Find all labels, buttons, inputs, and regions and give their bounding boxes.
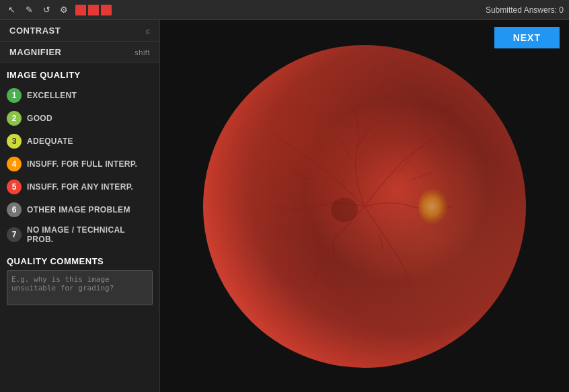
quality-badge-2: 2 [7,111,22,126]
flag-red-3[interactable] [101,5,112,15]
flag-red-1[interactable] [75,5,86,15]
quality-list: 1 EXCELLENT 2 GOOD 3 ADEQUATE 4 INSUFF. … [0,84,159,248]
svg-point-1 [331,198,358,222]
quality-item-2[interactable]: 2 GOOD [0,107,159,130]
quality-badge-4: 4 [7,157,22,171]
quality-comments-header: QUALITY COMMENTS [7,256,153,270]
quality-badge-3: 3 [7,134,22,149]
quality-item-5[interactable]: 5 INSUFF. FOR ANY INTERP. [0,175,159,198]
top-bar: ↖ ✎ ↺ ⚙ Submitted Answers: 0 [0,0,569,20]
quality-label-1: EXCELLENT [27,91,77,100]
submitted-answers: Submitted Answers: 0 [486,5,564,15]
quality-badge-7: 7 [7,227,22,242]
color-flags [75,5,112,15]
quality-label-3: ADEQUATE [27,136,73,146]
quality-item-3[interactable]: 3 ADEQUATE [0,130,159,153]
refresh-icon[interactable]: ↺ [40,4,52,16]
vessels-overlay [203,45,526,368]
magnifier-label: MAGNIFIER [9,47,61,57]
quality-label-5: INSUFF. FOR ANY INTERP. [27,182,133,192]
next-button[interactable]: NEXT [494,27,560,48]
settings-icon[interactable]: ⚙ [58,4,70,16]
retinal-image [203,45,526,368]
quality-item-1[interactable]: 1 EXCELLENT [0,84,159,107]
quality-badge-5: 5 [7,180,22,194]
image-quality-header: IMAGE QUALITY [0,63,159,84]
contrast-shortcut: c [146,27,150,35]
contrast-label: CONTRAST [9,26,61,36]
quality-label-2: GOOD [27,114,52,123]
main-layout: CONTRAST c MAGNIFIER shift IMAGE QUALITY… [0,20,569,392]
quality-item-7[interactable]: 7 NO IMAGE / TECHNICAL PROB. [0,221,159,248]
cursor-icon[interactable]: ↖ [5,4,17,16]
quality-label-4: INSUFF. FOR FULL INTERP. [27,159,137,169]
quality-label-6: OTHER IMAGE PROBLEM [27,205,130,214]
sidebar: CONTRAST c MAGNIFIER shift IMAGE QUALITY… [0,20,160,392]
quality-badge-6: 6 [7,202,22,217]
contrast-tool[interactable]: CONTRAST c [0,20,159,42]
magnifier-shortcut: shift [135,48,150,56]
right-content: NEXT [160,20,569,392]
quality-badge-1: 1 [7,88,22,103]
quality-comments-input[interactable] [7,270,153,305]
toolbar-left: ↖ ✎ ↺ ⚙ [5,4,112,16]
quality-label-7: NO IMAGE / TECHNICAL PROB. [27,225,153,244]
flag-red-2[interactable] [88,5,99,15]
pencil-icon[interactable]: ✎ [23,4,35,16]
quality-item-6[interactable]: 6 OTHER IMAGE PROBLEM [0,198,159,221]
comments-section: QUALITY COMMENTS [0,251,159,313]
svg-point-0 [418,188,452,225]
magnifier-tool[interactable]: MAGNIFIER shift [0,42,159,63]
quality-item-4[interactable]: 4 INSUFF. FOR FULL INTERP. [0,153,159,175]
